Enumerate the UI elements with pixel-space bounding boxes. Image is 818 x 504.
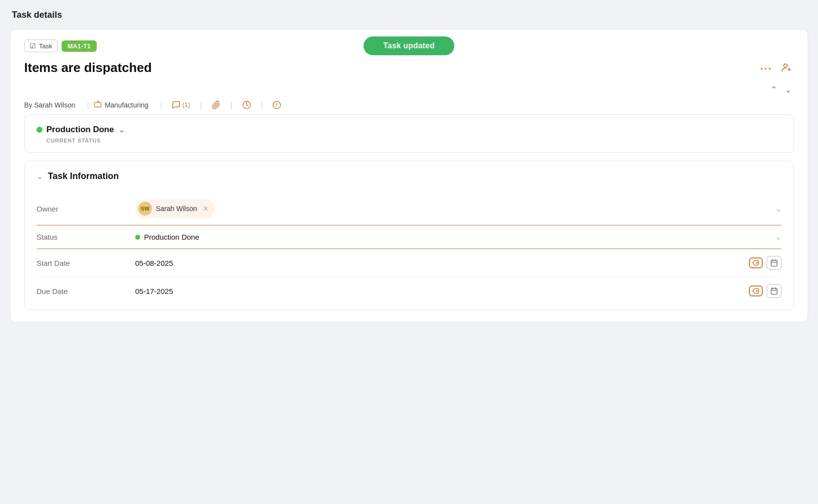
meta-row: By Sarah Wilson | Manufacturing | (1)	[24, 100, 794, 109]
task-updated-pill: Task updated	[364, 36, 454, 55]
status-dot	[37, 127, 42, 133]
task-title: Items are dispatched	[24, 60, 152, 75]
status-info-row: Status Production Done ⌄	[37, 225, 781, 249]
due-date-text: 05-17-2025	[135, 287, 173, 295]
header-right-actions: ··· ⌃	[758, 60, 794, 96]
meta-divider-5: |	[261, 101, 263, 109]
due-date-calendar-button[interactable]	[767, 284, 781, 298]
owner-label: Owner	[37, 205, 135, 213]
prev-task-button[interactable]: ⌃	[768, 83, 780, 96]
svg-rect-16	[771, 288, 777, 294]
status-name: Production Done	[46, 125, 114, 135]
start-date-row: Start Date 05-08-2025	[37, 249, 781, 277]
meta-divider-2: |	[160, 101, 162, 109]
owner-remove-button[interactable]: ✕	[203, 205, 209, 213]
status-info-label: Status	[37, 233, 135, 241]
section-chevron-icon[interactable]: ⌄	[37, 172, 43, 181]
due-date-value: 05-17-2025	[135, 287, 749, 295]
comment-icon-item[interactable]: (1)	[172, 101, 190, 109]
main-card: ☑ Task MA1-T1 Task updated Items are dis…	[10, 29, 808, 323]
nav-arrows: ⌃ ⌄	[768, 83, 794, 96]
start-date-value: 05-08-2025	[135, 259, 749, 267]
owner-value: SW Sarah Wilson ✕	[135, 199, 775, 218]
task-badge[interactable]: ☑ Task	[24, 39, 58, 52]
svg-rect-10	[771, 260, 777, 266]
owner-row: Owner SW Sarah Wilson ✕ ⌄	[37, 192, 781, 225]
meta-divider-3: |	[200, 101, 202, 109]
task-breadcrumb: ☑ Task MA1-T1	[24, 39, 97, 52]
next-task-button[interactable]: ⌄	[782, 83, 794, 96]
assign-person-button[interactable]	[779, 60, 794, 77]
current-status-label: CURRENT STATUS	[46, 138, 781, 144]
task-header: ☑ Task MA1-T1 Task updated	[24, 39, 794, 52]
svg-rect-3	[94, 103, 101, 107]
start-date-clear-button[interactable]	[749, 257, 763, 268]
start-date-calendar-button[interactable]	[767, 256, 781, 270]
meta-divider-4: |	[230, 101, 232, 109]
section-title: Task Information	[48, 171, 119, 181]
svg-point-0	[784, 64, 787, 68]
timer-icon-item[interactable]	[242, 101, 251, 109]
top-right-actions-row: ···	[758, 60, 794, 77]
status-row-chevron-icon[interactable]: ⌄	[775, 232, 781, 242]
status-row[interactable]: Production Done ⌄	[37, 125, 781, 135]
task-id-badge[interactable]: MA1-T1	[62, 40, 97, 52]
task-info-card: ⌄ Task Information Owner SW Sarah Wilson…	[24, 161, 794, 310]
status-card: Production Done ⌄ CURRENT STATUS	[24, 114, 794, 153]
dots-icon: ···	[760, 63, 772, 75]
meta-department: Manufacturing	[94, 100, 149, 109]
meta-divider-1: |	[87, 101, 89, 109]
task-badge-label: Task	[39, 42, 52, 50]
status-chevron-down-icon: ⌄	[119, 126, 125, 134]
task-icon: ☑	[30, 42, 36, 50]
start-date-label: Start Date	[37, 259, 135, 267]
title-row: Items are dispatched ···	[24, 60, 794, 96]
owner-avatar: SW	[138, 202, 152, 216]
attachment-icon-item[interactable]	[212, 101, 221, 109]
due-date-clear-button[interactable]	[749, 286, 763, 296]
due-date-actions	[749, 284, 781, 298]
assign-person-icon	[781, 62, 792, 75]
meta-icons: | (1) | |	[155, 101, 286, 109]
status-value-dot	[135, 235, 140, 240]
owner-name: Sarah Wilson	[156, 205, 197, 213]
status-info-value[interactable]: Production Done	[135, 233, 775, 241]
page-title: Task details	[10, 10, 808, 20]
owner-row-chevron-icon[interactable]: ⌄	[775, 204, 781, 214]
info-icon-item[interactable]	[272, 101, 281, 109]
status-value-name: Production Done	[144, 233, 199, 241]
due-date-label: Due Date	[37, 287, 135, 295]
meta-author: By Sarah Wilson	[24, 101, 75, 109]
task-info-section-header: ⌄ Task Information	[37, 171, 781, 181]
start-date-actions	[749, 256, 781, 270]
due-date-row: Due Date 05-17-2025	[37, 277, 781, 305]
comment-count: (1)	[182, 101, 190, 108]
briefcase-icon	[94, 100, 102, 109]
owner-chip[interactable]: SW Sarah Wilson ✕	[135, 199, 215, 218]
start-date-text: 05-08-2025	[135, 259, 173, 267]
more-options-button[interactable]: ···	[758, 61, 774, 77]
